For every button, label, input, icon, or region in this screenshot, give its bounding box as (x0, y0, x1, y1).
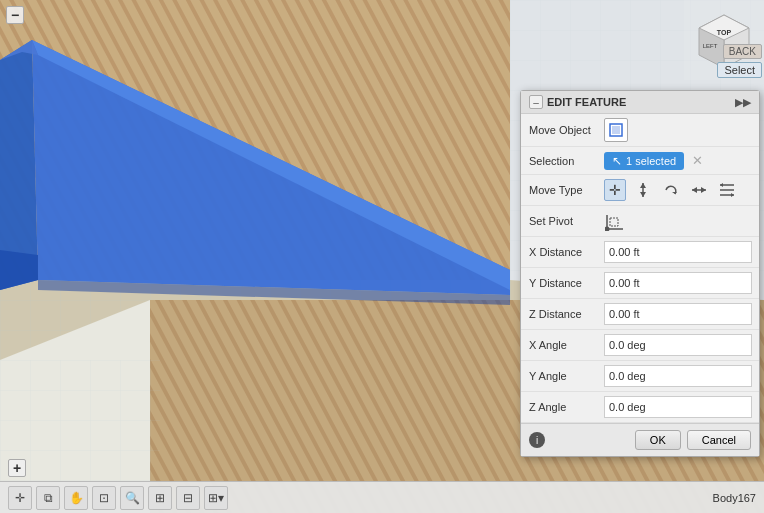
cancel-button[interactable]: Cancel (687, 430, 751, 450)
select-button[interactable]: Select (717, 62, 762, 78)
move-type-rotate[interactable] (660, 179, 682, 201)
back-button[interactable]: BACK (723, 44, 762, 59)
zoom-tool-button[interactable]: 🔍 (120, 486, 144, 510)
move-type-vertical[interactable] (632, 179, 654, 201)
zoom-out-button[interactable]: − (6, 6, 24, 24)
move-object-button[interactable] (604, 118, 628, 142)
y-distance-row: Y Distance (521, 268, 759, 299)
move-type-icons: ✛ (604, 179, 738, 201)
move-type-scale-h[interactable] (688, 179, 710, 201)
svg-marker-34 (701, 187, 706, 193)
bottom-toolbar: ✛ ⧉ ✋ ⊡ 🔍 ⊞ ⊟ ⊞▾ Body167 (0, 481, 764, 513)
svg-rect-42 (610, 218, 618, 226)
transform-tool-button[interactable]: ✛ (8, 486, 32, 510)
y-distance-label: Y Distance (529, 277, 604, 289)
view-button[interactable]: ⊞ (148, 486, 172, 510)
x-angle-input[interactable] (604, 334, 752, 356)
y-angle-row: Y Angle (521, 361, 759, 392)
copy-button[interactable]: ⧉ (36, 486, 60, 510)
cursor-icon: ↖ (612, 154, 622, 168)
svg-point-43 (605, 227, 610, 232)
selection-clear-button[interactable]: ✕ (692, 153, 703, 168)
panel-title: EDIT FEATURE (547, 96, 626, 108)
body-label: Body167 (713, 492, 756, 504)
x-distance-input[interactable] (604, 241, 752, 263)
z-angle-label: Z Angle (529, 401, 604, 413)
move-object-row: Move Object (521, 114, 759, 147)
x-angle-label: X Angle (529, 339, 604, 351)
svg-text:LEFT: LEFT (703, 43, 718, 49)
edit-feature-panel: – EDIT FEATURE ▶▶ Move Object Selection … (520, 90, 760, 457)
move-type-row: Move Type ✛ (521, 175, 759, 206)
move-type-scale-all[interactable] (716, 179, 738, 201)
svg-marker-39 (731, 193, 734, 197)
ok-button[interactable]: OK (635, 430, 681, 450)
x-angle-row: X Angle (521, 330, 759, 361)
y-distance-input[interactable] (604, 272, 752, 294)
x-distance-label: X Distance (529, 246, 604, 258)
svg-marker-38 (720, 183, 723, 187)
grid-toggle-button[interactable]: ⊞▾ (204, 486, 228, 510)
panel-expand-button[interactable]: ▶▶ (735, 96, 751, 109)
svg-rect-26 (612, 126, 620, 134)
toolbar-left: ✛ ⧉ ✋ ⊡ 🔍 ⊞ ⊟ ⊞▾ (8, 486, 228, 510)
z-distance-label: Z Distance (529, 308, 604, 320)
set-pivot-label: Set Pivot (529, 215, 604, 227)
selected-count: 1 selected (626, 155, 676, 167)
z-angle-input[interactable] (604, 396, 752, 418)
move-object-label: Move Object (529, 124, 604, 136)
x-distance-row: X Distance (521, 237, 759, 268)
panel-header: – EDIT FEATURE ▶▶ (521, 91, 759, 114)
zoom-in-button[interactable]: + (8, 459, 26, 477)
pan-button[interactable]: ✋ (64, 486, 88, 510)
z-distance-input[interactable] (604, 303, 752, 325)
svg-marker-29 (640, 183, 646, 188)
panel-footer: i OK Cancel (521, 423, 759, 456)
panel-minimize-button[interactable]: – (529, 95, 543, 109)
info-button[interactable]: i (529, 432, 545, 448)
move-type-label: Move Type (529, 184, 604, 196)
selection-row: Selection ↖ 1 selected ✕ (521, 147, 759, 175)
svg-text:TOP: TOP (717, 29, 732, 36)
move-type-translate[interactable]: ✛ (604, 179, 626, 201)
svg-marker-33 (692, 187, 697, 193)
set-pivot-row: Set Pivot (521, 206, 759, 237)
svg-marker-30 (640, 192, 646, 197)
z-distance-row: Z Distance (521, 299, 759, 330)
selection-label: Selection (529, 155, 604, 167)
svg-text:✛: ✛ (609, 182, 621, 198)
dialog-buttons: OK Cancel (635, 430, 751, 450)
z-angle-row: Z Angle (521, 392, 759, 423)
y-angle-label: Y Angle (529, 370, 604, 382)
y-angle-input[interactable] (604, 365, 752, 387)
grid-button[interactable]: ⊟ (176, 486, 200, 510)
select-tool-button[interactable]: ⊡ (92, 486, 116, 510)
selection-badge[interactable]: ↖ 1 selected (604, 152, 684, 170)
pivot-icon-button[interactable] (604, 210, 626, 232)
